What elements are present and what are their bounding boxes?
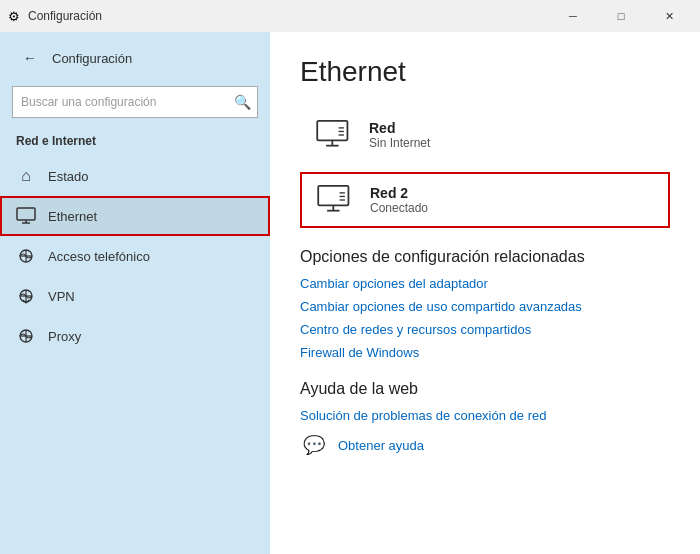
sidebar-item-acceso-label: Acceso telefónico (48, 249, 150, 264)
link-cambiar-adaptador[interactable]: Cambiar opciones del adaptador (300, 276, 670, 291)
svg-rect-0 (17, 208, 35, 220)
sidebar-item-label: Estado (48, 169, 88, 184)
help-row-obtener-ayuda: 💬 Obtener ayuda (300, 431, 670, 459)
title-bar-icon: ⚙ (8, 9, 20, 24)
section-title: Red e Internet (0, 130, 270, 156)
restore-button[interactable]: □ (598, 0, 644, 32)
app-title: Configuración (52, 51, 132, 66)
svg-rect-12 (317, 121, 347, 141)
network-card-red1[interactable]: Red Sin Internet (300, 108, 670, 162)
network-monitor-icon-2 (316, 184, 356, 216)
home-icon: ⌂ (16, 166, 36, 186)
network-monitor-icon-1 (315, 119, 355, 151)
network-card-red2[interactable]: Red 2 Conectado (300, 172, 670, 228)
help-section: Ayuda de la web Solución de problemas de… (300, 380, 670, 459)
search-input[interactable] (12, 86, 258, 118)
sidebar-item-vpn-label: VPN (48, 289, 75, 304)
network-name-2: Red 2 (370, 185, 428, 201)
network-status-1: Sin Internet (369, 136, 430, 150)
sidebar-item-estado[interactable]: ⌂ Estado (0, 156, 270, 196)
minimize-button[interactable]: ─ (550, 0, 596, 32)
right-panel: Ethernet Red Sin Internet (270, 32, 700, 554)
search-button[interactable]: 🔍 (226, 86, 258, 118)
close-button[interactable]: ✕ (646, 0, 692, 32)
title-bar: ⚙ Configuración ─ □ ✕ (0, 0, 700, 32)
title-bar-title: Configuración (28, 9, 102, 23)
title-bar-controls: ─ □ ✕ (550, 0, 692, 32)
sidebar: ← Configuración 🔍 Red e Internet ⌂ Estad… (0, 32, 270, 554)
network-name-1: Red (369, 120, 430, 136)
sidebar-item-ethernet-label: Ethernet (48, 209, 97, 224)
phone-icon (16, 246, 36, 266)
link-firewall[interactable]: Firewall de Windows (300, 345, 670, 360)
search-icon: 🔍 (234, 94, 251, 110)
vpn-icon (16, 286, 36, 306)
globe-icon (16, 326, 36, 346)
sidebar-item-proxy[interactable]: Proxy (0, 316, 270, 356)
sidebar-item-acceso[interactable]: Acceso telefónico (0, 236, 270, 276)
chat-icon: 💬 (300, 431, 328, 459)
back-button[interactable]: ← (16, 44, 44, 72)
svg-rect-18 (318, 186, 348, 206)
search-box: 🔍 (12, 86, 258, 118)
sidebar-item-vpn[interactable]: VPN (0, 276, 270, 316)
page-title: Ethernet (300, 56, 670, 88)
sidebar-item-proxy-label: Proxy (48, 329, 81, 344)
network-info-2: Red 2 Conectado (370, 185, 428, 215)
link-cambiar-compartido[interactable]: Cambiar opciones de uso compartido avanz… (300, 299, 670, 314)
sidebar-item-ethernet[interactable]: Ethernet (0, 196, 270, 236)
sidebar-header: ← Configuración (0, 32, 270, 80)
help-section-title: Ayuda de la web (300, 380, 670, 398)
link-centro-redes[interactable]: Centro de redes y recursos compartidos (300, 322, 670, 337)
link-solucion-problemas[interactable]: Solución de problemas de conexión de red (300, 408, 670, 423)
monitor-icon (16, 206, 36, 226)
link-obtener-ayuda[interactable]: Obtener ayuda (338, 438, 424, 453)
related-section-title: Opciones de configuración relacionadas (300, 248, 670, 266)
main-container: ← Configuración 🔍 Red e Internet ⌂ Estad… (0, 32, 700, 554)
network-status-2: Conectado (370, 201, 428, 215)
network-info-1: Red Sin Internet (369, 120, 430, 150)
title-bar-left: ⚙ Configuración (8, 9, 102, 24)
